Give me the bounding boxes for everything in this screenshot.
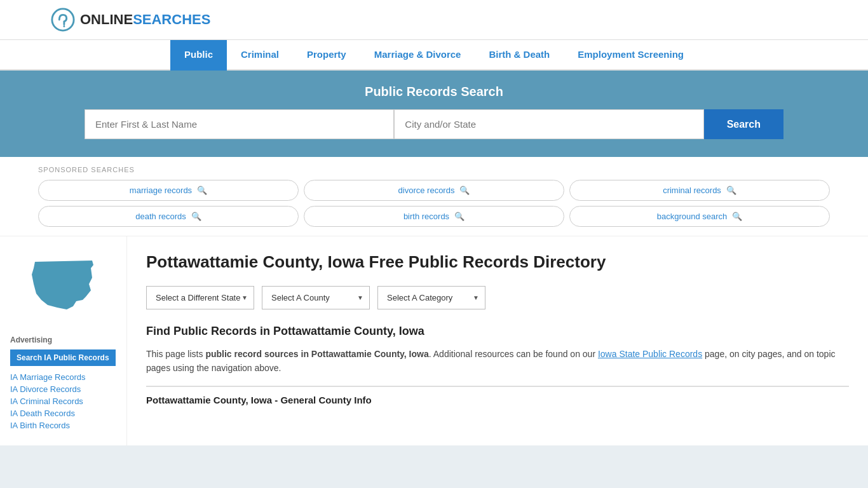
sidebar-link-criminal[interactable]: IA Criminal Records: [10, 396, 116, 406]
description-text: This page lists public record sources in…: [146, 347, 849, 376]
sponsored-grid: marriage records 🔍 divorce records 🔍 cri…: [38, 180, 830, 227]
sponsored-background-search[interactable]: background search 🔍: [569, 206, 830, 227]
sponsored-birth-records[interactable]: birth records 🔍: [304, 206, 564, 227]
sidebar: Advertising Search IA Public Records IA …: [0, 236, 127, 445]
search-banner: Public Records Search Search: [0, 71, 868, 157]
logo-text: ONLINESEARCHES: [80, 11, 210, 28]
logo[interactable]: ONLINESEARCHES: [51, 8, 210, 32]
search-icon: 🔍: [191, 212, 201, 221]
advertising-label: Advertising: [10, 336, 116, 344]
nav-employment[interactable]: Employment Screening: [564, 40, 698, 71]
search-icon: 🔍: [726, 186, 736, 195]
nav-public[interactable]: Public: [170, 40, 227, 71]
search-icon: 🔍: [459, 186, 470, 195]
main-wrapper: Advertising Search IA Public Records IA …: [0, 236, 868, 445]
find-records-title: Find Public Records in Pottawattamie Cou…: [146, 325, 849, 338]
sidebar-link-divorce[interactable]: IA Divorce Records: [10, 384, 116, 394]
sidebar-link-marriage[interactable]: IA Marriage Records: [10, 372, 116, 382]
sponsored-divorce-records[interactable]: divorce records 🔍: [304, 180, 564, 201]
category-dropdown[interactable]: Select A Category: [377, 286, 485, 309]
iowa-public-records-link[interactable]: Iowa State Public Records: [598, 349, 702, 359]
search-icon: 🔍: [732, 212, 742, 221]
site-header: ONLINESEARCHES: [0, 0, 868, 40]
search-icon: 🔍: [454, 212, 465, 221]
sponsored-label: SPONSORED SEARCHES: [38, 166, 830, 173]
svg-point-0: [52, 9, 74, 30]
sponsored-section: SPONSORED SEARCHES marriage records 🔍 di…: [0, 157, 868, 236]
county-dropdown[interactable]: Select A County: [262, 286, 370, 309]
sponsored-criminal-records[interactable]: criminal records 🔍: [569, 180, 830, 201]
iowa-map: [22, 249, 105, 325]
dropdowns-row: Select a Different State Select A County…: [146, 286, 849, 309]
nav-property[interactable]: Property: [293, 40, 360, 71]
sponsored-death-records[interactable]: death records 🔍: [38, 206, 299, 227]
state-map-area: [10, 249, 116, 325]
main-nav: Public Criminal Property Marriage & Divo…: [0, 40, 868, 71]
page-title: Pottawattamie County, Iowa Free Public R…: [146, 252, 849, 273]
logo-icon: [51, 8, 75, 32]
state-dropdown[interactable]: Select a Different State: [146, 286, 254, 309]
svg-point-1: [63, 25, 65, 27]
sidebar-link-death[interactable]: IA Death Records: [10, 409, 116, 418]
location-input[interactable]: [394, 109, 703, 139]
state-dropdown-wrapper: Select a Different State: [146, 286, 254, 309]
search-form: Search: [85, 109, 783, 139]
county-info-title: Pottawattamie County, Iowa - General Cou…: [146, 386, 849, 405]
nav-criminal[interactable]: Criminal: [227, 40, 293, 71]
search-banner-title: Public Records Search: [51, 85, 817, 99]
search-button[interactable]: Search: [704, 109, 783, 139]
nav-marriage-divorce[interactable]: Marriage & Divorce: [360, 40, 475, 71]
category-dropdown-wrapper: Select A Category: [377, 286, 485, 309]
county-dropdown-wrapper: Select A County: [262, 286, 370, 309]
sidebar-cta-button[interactable]: Search IA Public Records: [10, 349, 116, 366]
nav-birth-death[interactable]: Birth & Death: [475, 40, 564, 71]
name-input[interactable]: [85, 109, 394, 139]
sidebar-link-birth[interactable]: IA Birth Records: [10, 421, 116, 430]
sponsored-marriage-records[interactable]: marriage records 🔍: [38, 180, 299, 201]
search-icon: 🔍: [197, 186, 207, 195]
main-content: Pottawattamie County, Iowa Free Public R…: [127, 236, 868, 445]
